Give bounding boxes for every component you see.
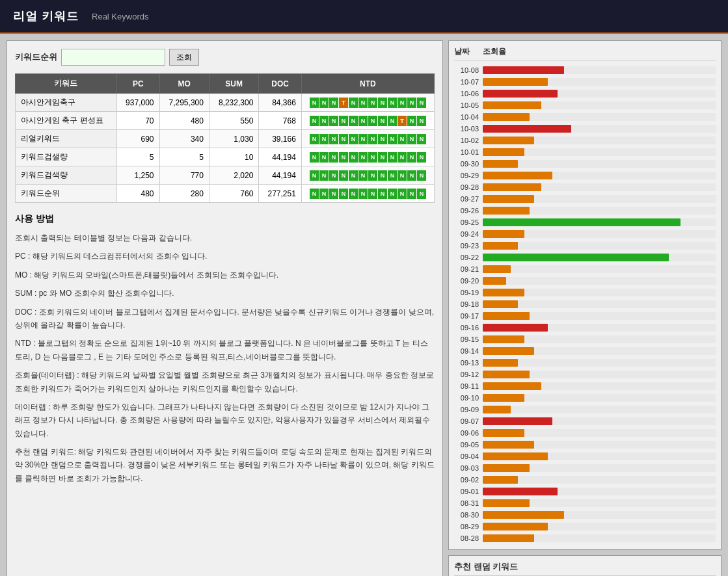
ntd-box: N — [329, 98, 338, 108]
ntd-cell: NNNNNNNNNTNN — [301, 112, 434, 130]
bar-container — [483, 300, 716, 308]
usage-paragraph: SUM : pc 와 MO 조회수의 합산 조회수입니다. — [15, 287, 435, 300]
ntd-box: N — [398, 152, 407, 163]
mo-cell: 340 — [159, 130, 209, 148]
search-input[interactable] — [61, 49, 165, 66]
col-header-ntd: NTD — [301, 74, 434, 94]
table-row: 아시안게임축구937,0007,295,3008,232,30084,366NN… — [16, 94, 435, 112]
ntd-box: N — [358, 170, 368, 181]
ntd-box: N — [388, 189, 397, 199]
ntd-box: N — [417, 98, 426, 108]
ntd-box: N — [310, 134, 319, 144]
date-chart-row: 08-30 — [454, 509, 716, 520]
date-label: 09-07 — [454, 417, 479, 425]
mo-cell: 480 — [159, 112, 209, 130]
bar-fill — [483, 254, 669, 261]
date-chart-row: 09-07 — [454, 415, 716, 426]
date-label: 09-21 — [454, 265, 479, 273]
bar-container — [483, 113, 716, 121]
ntd-box: N — [319, 170, 329, 181]
bar-fill — [483, 382, 541, 390]
date-label: 10-04 — [454, 113, 479, 121]
date-chart-row: 09-06 — [454, 427, 716, 438]
date-chart-panel: 날짜 조회율 10-0810-0710-0610-0510-0410-0310-… — [448, 40, 721, 550]
mo-cell: 7,295,300 — [159, 94, 209, 112]
bar-container — [483, 476, 716, 484]
ntd-cell: NNNNNNNNNNNN — [301, 148, 434, 166]
bar-fill — [483, 523, 548, 530]
ntd-box: N — [417, 189, 426, 199]
ntd-box: N — [398, 98, 407, 108]
keyword-panel-title: 추천 랜덤 키워드 — [454, 561, 716, 576]
bar-container — [483, 230, 716, 238]
date-label: 09-20 — [454, 277, 479, 285]
bar-fill — [483, 172, 552, 179]
bar-container — [483, 335, 716, 343]
date-chart-row: 09-19 — [454, 287, 716, 298]
bar-fill — [483, 511, 564, 519]
bar-fill — [483, 371, 530, 378]
date-label: 09-28 — [454, 183, 479, 191]
pc-cell: 70 — [116, 112, 159, 130]
pc-cell: 5 — [116, 148, 159, 166]
usage-paragraph: 조회시 출력되는 테이블별 정보는 다음과 같습니다. — [15, 231, 435, 244]
bar-container — [483, 452, 716, 460]
date-chart-row: 10-05 — [454, 99, 716, 111]
ntd-box: N — [407, 116, 416, 126]
bar-fill — [483, 429, 524, 437]
date-label: 09-12 — [454, 371, 479, 378]
ntd-box: N — [368, 116, 377, 126]
ntd-box: N — [349, 170, 358, 181]
keyword-cell: 키워드검색량 — [16, 166, 117, 185]
date-chart-row: 08-28 — [454, 532, 716, 543]
ntd-box: N — [407, 152, 416, 163]
ntd-box: N — [349, 152, 358, 163]
ntd-box: N — [407, 170, 416, 181]
bar-container — [483, 78, 716, 86]
date-chart-row: 09-16 — [454, 322, 716, 333]
bar-fill — [483, 359, 518, 367]
bar-fill — [483, 406, 511, 413]
ntd-cell: NNNNNNNNNNNN — [301, 166, 434, 185]
search-bar: 키워드순위 조회 — [15, 49, 435, 66]
date-label: 08-31 — [454, 499, 479, 507]
ntd-box: N — [349, 134, 358, 144]
col-header-sum: SUM — [209, 74, 258, 94]
keyword-cell: 키워드순위 — [16, 185, 117, 203]
ntd-box: N — [407, 134, 416, 144]
ntd-box: N — [329, 189, 338, 199]
table-row: 키워드검샐량551044,194NNNNNNNNNNNN — [16, 148, 435, 166]
bar-fill — [483, 324, 548, 332]
sum-cell: 2,020 — [209, 166, 258, 185]
search-button[interactable]: 조회 — [169, 49, 199, 66]
keyword-cell: 아시안게임축구 — [16, 94, 117, 112]
date-chart-row: 09-11 — [454, 380, 716, 391]
date-label: 09-25 — [454, 218, 479, 226]
doc-cell: 84,366 — [259, 94, 302, 112]
ntd-box: N — [378, 98, 387, 108]
date-label: 10-08 — [454, 66, 479, 74]
date-chart-row: 10-03 — [454, 123, 716, 134]
ntd-box: N — [339, 189, 348, 199]
ntd-box: T — [398, 116, 407, 126]
bar-container — [483, 417, 716, 425]
ntd-box: N — [398, 189, 407, 199]
date-chart-row: 10-07 — [454, 76, 716, 87]
ntd-box: N — [319, 98, 329, 108]
date-col-header: 날짜 — [454, 46, 470, 57]
ntd-box: N — [378, 134, 387, 144]
ntd-box: N — [349, 116, 358, 126]
bar-fill — [483, 476, 518, 484]
date-chart-row: 09-17 — [454, 310, 716, 321]
ntd-box: N — [368, 189, 377, 199]
col-header-키워드: 키워드 — [16, 74, 117, 94]
bar-fill — [483, 101, 541, 109]
date-label: 09-24 — [454, 230, 479, 238]
ntd-box: N — [339, 116, 348, 126]
bar-container — [483, 382, 716, 390]
bar-container — [483, 160, 716, 168]
bar-fill — [483, 394, 524, 402]
ntd-box: N — [329, 170, 338, 181]
ntd-box: N — [368, 98, 377, 108]
date-label: 09-10 — [454, 394, 479, 402]
